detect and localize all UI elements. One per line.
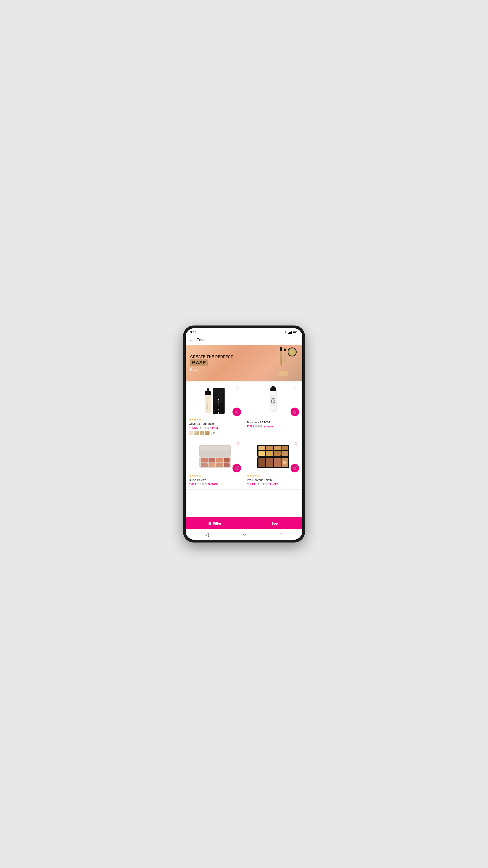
svg-rect-7 xyxy=(297,332,297,333)
filter-icon: ⊟ xyxy=(208,521,211,526)
color-swatches-1: + 11 xyxy=(189,431,241,435)
svg-rect-48 xyxy=(266,446,273,450)
page-title: Face xyxy=(197,338,205,342)
product-image-contour: ♡ xyxy=(247,441,299,472)
svg-rect-36 xyxy=(200,446,230,451)
svg-rect-30 xyxy=(270,395,276,406)
back-nav-icon[interactable]: ◁ xyxy=(205,532,209,537)
banner-category-label: Face xyxy=(190,368,233,372)
svg-rect-39 xyxy=(208,458,215,463)
svg-rect-28 xyxy=(270,388,276,391)
svg-rect-47 xyxy=(258,446,265,450)
product-name-1: Coverup Foundation xyxy=(189,422,241,426)
add-to-cart-button-2[interactable]: 🛒 xyxy=(291,408,299,416)
back-button[interactable]: ← xyxy=(189,338,194,343)
svg-rect-58 xyxy=(266,458,273,467)
phone-screen: 9:05 xyxy=(186,328,302,540)
svg-rect-29 xyxy=(272,385,274,388)
add-to-cart-button-4[interactable]: 🛒 xyxy=(291,464,299,472)
svg-point-16 xyxy=(278,371,289,376)
svg-rect-51 xyxy=(258,451,265,456)
product-image-booster: ♡ gogler xyxy=(247,384,299,416)
banner-text-area: CREATE THE PERFECT BASE Face xyxy=(190,355,233,372)
swatch-1c[interactable] xyxy=(200,431,204,435)
add-to-cart-button-3[interactable]: 🛒 xyxy=(232,464,241,472)
wishlist-button-4[interactable]: ♡ xyxy=(293,441,299,447)
svg-text:FOUNDATION: FOUNDATION xyxy=(218,399,220,415)
svg-rect-9 xyxy=(280,347,283,350)
product-card-4: ♡ xyxy=(244,438,302,489)
product-name-3: Blush Palette xyxy=(189,478,241,482)
svg-rect-49 xyxy=(274,446,281,450)
more-colors-1: + 11 xyxy=(210,432,216,434)
filter-button[interactable]: ⊟ Filter xyxy=(186,517,244,529)
heart-icon-1: ♡ xyxy=(236,385,240,390)
svg-rect-52 xyxy=(266,451,273,456)
cart-icon-4: 🛒 xyxy=(293,466,297,470)
svg-rect-12 xyxy=(284,348,286,351)
svg-rect-41 xyxy=(224,458,230,463)
status-time: 9:05 xyxy=(190,331,196,334)
banner-line2: BASE xyxy=(190,360,207,366)
svg-rect-4 xyxy=(291,331,292,334)
svg-point-61 xyxy=(283,461,287,465)
product-stars-1: ★★★★★ xyxy=(189,418,241,421)
product-card-2: ♡ gogler xyxy=(244,382,302,438)
banner-line1: CREATE THE PERFECT xyxy=(190,355,233,359)
wishlist-button-3[interactable]: ♡ xyxy=(235,441,241,447)
top-nav: ← Face xyxy=(186,335,302,345)
sort-label: Sort xyxy=(271,522,278,525)
price-original-1: ₹ 1,699 xyxy=(199,426,209,430)
product-image-foundation: ♡ FOREVER52 C xyxy=(189,384,241,416)
price-current-2: ₹ 791 xyxy=(247,425,254,428)
discount-badge-1: 10 %OFF xyxy=(210,427,220,429)
svg-rect-44 xyxy=(216,463,223,467)
contour-palette-svg xyxy=(256,444,290,469)
svg-rect-43 xyxy=(208,463,215,467)
home-nav-icon[interactable]: ○ xyxy=(243,532,246,537)
product-card-3: ♡ xyxy=(186,438,244,489)
filter-label: Filter xyxy=(213,522,221,525)
category-banner: CREATE THE PERFECT BASE Face CONCEALER xyxy=(186,345,302,381)
price-original-3: ₹ 1,099 xyxy=(197,483,206,486)
swatch-1b[interactable] xyxy=(194,431,199,435)
banner-products: CONCEALER xyxy=(238,345,302,381)
price-current-1: ₹ 1,529 xyxy=(189,426,198,430)
product-image-palette: ♡ xyxy=(189,441,241,472)
heart-icon-2: ♡ xyxy=(294,385,298,390)
wishlist-button-2[interactable]: ♡ xyxy=(293,384,299,391)
price-row-2: ₹ 791 ₹ 899 12 %OFF xyxy=(247,425,299,428)
product-grid: ♡ FOREVER52 C xyxy=(186,381,302,490)
price-row-4: ₹ 1,199 ₹ 1,499 20 %OFF xyxy=(247,483,299,486)
swatch-1d[interactable] xyxy=(205,431,210,435)
svg-text:CONCEALER: CONCEALER xyxy=(281,358,282,365)
svg-rect-59 xyxy=(274,458,281,467)
svg-text:gogler: gogler xyxy=(271,398,275,399)
recents-nav-icon[interactable]: □ xyxy=(280,532,283,537)
status-icons xyxy=(284,331,298,334)
swatch-1a[interactable] xyxy=(189,431,193,435)
svg-rect-1 xyxy=(288,333,289,334)
booster-svg: gogler g xyxy=(264,385,282,415)
price-original-4: ₹ 1,499 xyxy=(258,483,267,486)
discount-badge-4: 20 %OFF xyxy=(268,483,278,486)
svg-text:g: g xyxy=(273,401,273,403)
price-row-3: ₹ 899 ₹ 1,099 18 %OFF xyxy=(189,483,241,486)
wifi-icon xyxy=(284,331,287,334)
foundation-svg: FOREVER52 COVERUP FOUNDATION FOUNDATION xyxy=(203,385,228,415)
battery-icon xyxy=(293,331,298,334)
signal-icon xyxy=(288,331,292,334)
svg-rect-40 xyxy=(216,458,223,463)
discount-badge-2: 12 %OFF xyxy=(264,426,273,428)
price-row-1: ₹ 1,529 ₹ 1,699 10 %OFF xyxy=(189,426,241,430)
status-bar: 9:05 xyxy=(186,328,302,335)
product-card-1: ♡ FOREVER52 C xyxy=(186,382,244,438)
svg-rect-6 xyxy=(293,332,296,333)
cart-icon-1: 🛒 xyxy=(234,410,239,414)
heart-icon-4: ♡ xyxy=(294,441,298,446)
svg-text:FOREVER52: FOREVER52 xyxy=(207,403,208,409)
sort-button[interactable]: ↕ Sort xyxy=(244,517,302,529)
svg-rect-3 xyxy=(290,332,291,334)
wishlist-button-1[interactable]: ♡ xyxy=(235,384,241,391)
add-to-cart-button-1[interactable]: 🛒 xyxy=(232,408,241,416)
